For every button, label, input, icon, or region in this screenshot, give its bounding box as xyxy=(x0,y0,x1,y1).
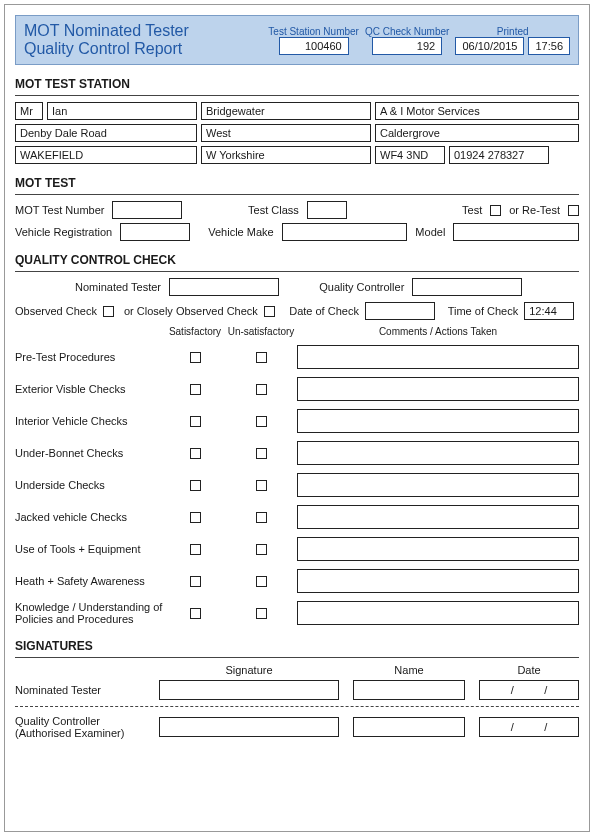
date-of-check-input[interactable] xyxy=(365,302,435,320)
qc-check-value: 192 xyxy=(372,37,442,55)
time-of-check-input[interactable]: 12:44 xyxy=(524,302,574,320)
printed-field: Printed 06/10/2015 17:56 xyxy=(455,26,570,55)
col-satisfactory: Satisfactory xyxy=(165,326,225,337)
qc-options-row: Observed Check or Closely Observed Check… xyxy=(15,302,579,320)
sig-qc-date[interactable]: / / xyxy=(479,717,579,737)
sig-tester-date[interactable]: / / xyxy=(479,680,579,700)
vehicle-make-label: Vehicle Make xyxy=(208,226,273,238)
check-item-label: Interior Vehicle Checks xyxy=(15,415,165,427)
test-class-input[interactable] xyxy=(307,201,347,219)
closely-observed-checkbox[interactable] xyxy=(264,306,275,317)
sig-tester-name[interactable] xyxy=(353,680,465,700)
comment-box[interactable] xyxy=(297,473,579,497)
check-item-label: Underside Checks xyxy=(15,479,165,491)
mottest-row1: MOT Test Number Test Class Test or Re-Te… xyxy=(15,201,579,219)
check-unsat[interactable] xyxy=(256,480,267,491)
printed-date: 06/10/2015 xyxy=(455,37,524,55)
check-unsat[interactable] xyxy=(256,544,267,555)
test-station-value: 100460 xyxy=(279,37,349,55)
test-label: Test xyxy=(462,204,482,216)
check-sat[interactable] xyxy=(190,480,201,491)
check-item-label: Jacked vehicle Checks xyxy=(15,511,165,523)
vehicle-reg-input[interactable] xyxy=(120,223,190,241)
check-unsat[interactable] xyxy=(256,416,267,427)
sig-tester-signature[interactable] xyxy=(159,680,339,700)
date-of-check-label: Date of Check xyxy=(289,305,359,317)
title-line1: MOT Nominated Tester xyxy=(24,22,262,40)
station-postcode: WF4 3ND xyxy=(375,146,445,164)
printed-time: 17:56 xyxy=(528,37,570,55)
check-unsat[interactable] xyxy=(256,352,267,363)
comment-box[interactable] xyxy=(297,409,579,433)
station-county: W Yorkshire xyxy=(201,146,371,164)
comment-box[interactable] xyxy=(297,377,579,401)
test-number-input[interactable] xyxy=(112,201,182,219)
check-sat[interactable] xyxy=(190,384,201,395)
closely-observed-label: or Closely Observed Check xyxy=(124,305,258,317)
check-sat[interactable] xyxy=(190,352,201,363)
station-phone: 01924 278327 xyxy=(449,146,549,164)
mottest-row2: Vehicle Registration Vehicle Make Model xyxy=(15,223,579,241)
qc-check-table: Satisfactory Un-satisfactory Comments / … xyxy=(15,326,579,625)
observed-check-label: Observed Check xyxy=(15,305,97,317)
nominated-tester-input[interactable] xyxy=(169,278,279,296)
signature-headers: Signature Name Date xyxy=(15,664,579,676)
comment-box[interactable] xyxy=(297,441,579,465)
vehicle-reg-label: Vehicle Registration xyxy=(15,226,112,238)
check-sat[interactable] xyxy=(190,576,201,587)
check-item-label: Pre-Test Procedures xyxy=(15,351,165,363)
check-unsat[interactable] xyxy=(256,608,267,619)
sig-tester-label: Nominated Tester xyxy=(15,684,145,696)
test-station-field: Test Station Number 100460 xyxy=(268,26,359,55)
model-input[interactable] xyxy=(453,223,579,241)
station-address1: Denby Dale Road xyxy=(15,124,197,142)
check-unsat[interactable] xyxy=(256,576,267,587)
station-row3: WAKEFIELD W Yorkshire WF4 3ND 01924 2783… xyxy=(15,146,579,164)
sig-qc-label: Quality Controller (Authorised Examiner) xyxy=(15,715,145,739)
check-sat[interactable] xyxy=(190,544,201,555)
check-sat[interactable] xyxy=(190,416,201,427)
vehicle-make-input[interactable] xyxy=(282,223,408,241)
col-name: Name xyxy=(353,664,465,676)
divider xyxy=(15,194,579,195)
or-retest-label: or Re-Test xyxy=(509,204,560,216)
divider xyxy=(15,95,579,96)
station-locality: Caldergrove xyxy=(375,124,579,142)
qc-section-title: QUALITY CONTROL CHECK xyxy=(15,253,579,267)
comment-box[interactable] xyxy=(297,569,579,593)
check-unsat[interactable] xyxy=(256,448,267,459)
mottest-section-title: MOT TEST xyxy=(15,176,579,190)
check-sat[interactable] xyxy=(190,512,201,523)
quality-controller-input[interactable] xyxy=(412,278,522,296)
qc-check-field: QC Check Number 192 xyxy=(365,26,449,55)
station-row1: Mr Ian Bridgewater A & I Motor Services xyxy=(15,102,579,120)
dashed-divider xyxy=(15,706,579,707)
check-unsat[interactable] xyxy=(256,384,267,395)
printed-label: Printed xyxy=(497,26,529,37)
sig-qc-signature[interactable] xyxy=(159,717,339,737)
check-sat[interactable] xyxy=(190,448,201,459)
model-label: Model xyxy=(415,226,445,238)
sig-qc-name[interactable] xyxy=(353,717,465,737)
check-item-label: Exterior Visble Checks xyxy=(15,383,165,395)
comment-box[interactable] xyxy=(297,505,579,529)
retest-checkbox[interactable] xyxy=(568,205,579,216)
station-company: A & I Motor Services xyxy=(375,102,579,120)
qc-names-row: Nominated Tester Quality Controller xyxy=(15,278,579,296)
check-sat[interactable] xyxy=(190,608,201,619)
title-line2: Quality Control Report xyxy=(24,40,262,58)
comment-box[interactable] xyxy=(297,601,579,625)
comment-box[interactable] xyxy=(297,345,579,369)
station-area: West xyxy=(201,124,371,142)
test-checkbox[interactable] xyxy=(490,205,501,216)
check-unsat[interactable] xyxy=(256,512,267,523)
divider xyxy=(15,657,579,658)
test-class-label: Test Class xyxy=(248,204,299,216)
comment-box[interactable] xyxy=(297,537,579,561)
signature-row-tester: Nominated Tester / / xyxy=(15,680,579,700)
observed-check-checkbox[interactable] xyxy=(103,306,114,317)
station-town: WAKEFIELD xyxy=(15,146,197,164)
check-item-label: Use of Tools + Equipment xyxy=(15,543,165,555)
col-signature: Signature xyxy=(159,664,339,676)
col-comments: Comments / Actions Taken xyxy=(297,326,579,337)
